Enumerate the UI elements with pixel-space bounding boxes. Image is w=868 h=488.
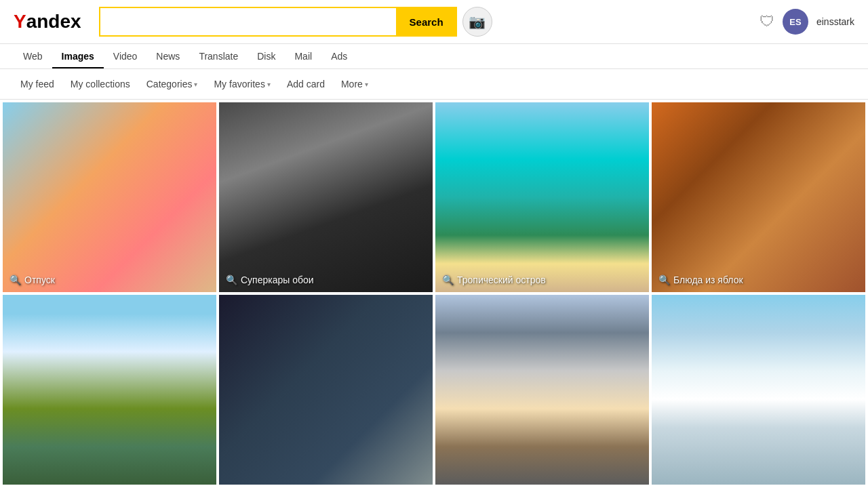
subnav-my-feed[interactable]: My feed <box>14 75 61 94</box>
image-label-island: 🔍 Тропический остров <box>442 274 546 285</box>
nav-item-disk[interactable]: Disk <box>248 44 285 68</box>
header-right: 🛡 ES einsstark <box>760 9 854 35</box>
image-grid: 🔍 Отпуск 🔍 Суперкары обои 🔍 Тропический … <box>0 100 868 487</box>
image-card-island[interactable]: 🔍 Тропический остров <box>435 102 649 292</box>
image-card-vacation[interactable]: 🔍 Отпуск <box>3 102 216 292</box>
nav-item-web[interactable]: Web <box>14 44 52 68</box>
subnav-categories-label: Categories <box>146 79 193 89</box>
image-label-food: 🔍 Блюда из яблок <box>658 274 743 285</box>
image-label-car: 🔍 Суперкары обои <box>226 274 314 285</box>
nav-item-news[interactable]: News <box>146 44 189 68</box>
shield-icon[interactable]: 🛡 <box>760 13 774 30</box>
image-card-mountain[interactable] <box>652 295 865 485</box>
nav-item-ads[interactable]: Ads <box>321 44 357 68</box>
subnav-my-favorites[interactable]: My favorites ▾ <box>207 75 277 94</box>
subnav-my-collections[interactable]: My collections <box>64 75 137 94</box>
image-card-spacecraft[interactable] <box>219 295 433 485</box>
search-icon: 🔍 <box>9 274 21 285</box>
search-button[interactable]: Search <box>396 7 457 37</box>
logo-y: Y <box>14 11 26 33</box>
image-card-paragliding[interactable] <box>3 295 216 485</box>
search-icon: 🔍 <box>658 274 670 285</box>
user-avatar[interactable]: ES <box>783 9 808 35</box>
image-card-cathedral[interactable] <box>435 295 649 485</box>
subnav-categories[interactable]: Categories ▾ <box>140 75 205 94</box>
chevron-down-icon: ▾ <box>267 81 271 88</box>
nav-item-video[interactable]: Video <box>104 44 147 68</box>
logo[interactable]: Yandex <box>14 11 81 33</box>
chevron-down-icon: ▾ <box>365 81 368 88</box>
search-icon: 🔍 <box>442 274 454 285</box>
main-nav: Web Images Video News Translate Disk Mai… <box>0 44 868 69</box>
subnav-more[interactable]: More ▾ <box>334 75 375 94</box>
username-label[interactable]: einsstark <box>816 16 854 27</box>
image-card-food[interactable]: 🔍 Блюда из яблок <box>652 102 865 292</box>
header: Yandex Search 📷 🛡 ES einsstark <box>0 0 868 44</box>
image-label-vacation: 🔍 Отпуск <box>9 274 55 285</box>
camera-icon: 📷 <box>469 14 486 30</box>
search-bar: Search 📷 <box>99 7 492 37</box>
nav-item-translate[interactable]: Translate <box>189 44 248 68</box>
nav-item-images[interactable]: Images <box>52 44 104 68</box>
subnav: My feed My collections Categories ▾ My f… <box>0 69 868 100</box>
chevron-down-icon: ▾ <box>194 81 197 88</box>
subnav-add-card[interactable]: Add card <box>280 75 332 94</box>
logo-rest: andex <box>26 11 81 33</box>
nav-item-mail[interactable]: Mail <box>285 44 321 68</box>
subnav-my-favorites-label: My favorites <box>214 79 264 89</box>
subnav-more-label: More <box>341 79 363 89</box>
search-input[interactable] <box>99 7 396 37</box>
search-icon: 🔍 <box>226 274 237 285</box>
camera-search-button[interactable]: 📷 <box>462 7 492 37</box>
image-card-car[interactable]: 🔍 Суперкары обои <box>219 102 433 292</box>
